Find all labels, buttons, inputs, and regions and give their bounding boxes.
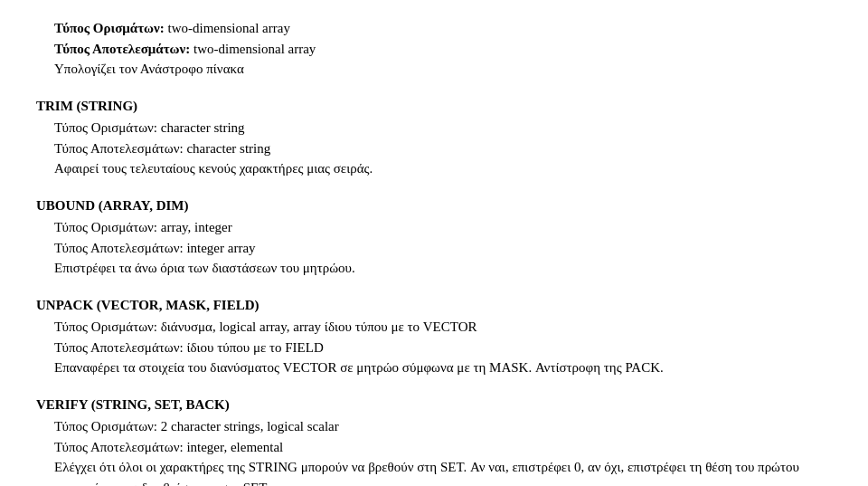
verify-args-value: 2 character strings, logical scalar	[157, 419, 339, 434]
intro-args-value: two-dimensional array	[165, 21, 290, 35]
intro-result-row: Τύπος Αποτελεσμάτων: two-dimensional arr…	[54, 39, 832, 60]
verify-result-value: integer, elemental	[184, 440, 284, 454]
unpack-section: UNPACK (VECTOR, MASK, FIELD) Τύπος Ορισμ…	[36, 295, 832, 378]
intro-args-row: Τύπος Ορισμάτων: two-dimensional array	[54, 18, 832, 39]
unpack-title: UNPACK (VECTOR, MASK, FIELD)	[36, 295, 832, 316]
verify-args-row: Τύπος Ορισμάτων: 2 character strings, lo…	[54, 416, 832, 437]
verify-section: VERIFY (STRING, SET, BACK) Τύπος Ορισμάτ…	[36, 395, 832, 487]
unpack-result-label: Τύπος Αποτελεσμάτων:	[54, 340, 184, 355]
trim-result-value: character string	[184, 141, 271, 156]
unpack-args-row: Τύπος Ορισμάτων: διάνυσμα, logical array…	[54, 317, 832, 338]
trim-result-row: Τύπος Αποτελεσμάτων: character string	[54, 138, 832, 159]
ubound-title: UBOUND (ARRAY, DIM)	[36, 195, 832, 216]
verify-result-label: Τύπος Αποτελεσμάτων:	[54, 440, 184, 454]
unpack-args-label: Τύπος Ορισμάτων:	[54, 319, 157, 334]
intro-result-label: Τύπος Αποτελεσμάτων:	[54, 42, 190, 56]
ubound-section: UBOUND (ARRAY, DIM) Τύπος Ορισμάτων: arr…	[36, 195, 832, 279]
intro-section: Τύπος Ορισμάτων: two-dimensional array Τ…	[36, 18, 832, 80]
ubound-args-label: Τύπος Ορισμάτων:	[54, 220, 157, 234]
ubound-result-label: Τύπος Αποτελεσμάτων:	[54, 241, 184, 255]
intro-args-label: Τύπος Ορισμάτων:	[54, 21, 165, 35]
unpack-description: Επαναφέρει τα στοιχεία του διανύσματος V…	[54, 357, 832, 378]
verify-result-row: Τύπος Αποτελεσμάτων: integer, elemental	[54, 437, 832, 458]
unpack-result-row: Τύπος Αποτελεσμάτων: ίδιου τύπου με το F…	[54, 338, 832, 358]
trim-title: TRIM (STRING)	[36, 96, 832, 117]
trim-args-label: Τύπος Ορισμάτων:	[54, 120, 157, 135]
ubound-result-row: Τύπος Αποτελεσμάτων: integer array	[54, 238, 832, 259]
verify-args-label: Τύπος Ορισμάτων:	[54, 419, 157, 434]
ubound-description: Επιστρέφει τα άνω όρια των διαστάσεων το…	[54, 258, 832, 279]
ubound-args-row: Τύπος Ορισμάτων: array, integer	[54, 217, 832, 238]
intro-description: Υπολογίζει τον Ανάστροφο πίνακα	[54, 59, 832, 80]
unpack-result-value: ίδιου τύπου με το FIELD	[184, 340, 324, 355]
trim-args-value: character string	[157, 120, 245, 135]
trim-section: TRIM (STRING) Τύπος Ορισμάτων: character…	[36, 96, 832, 179]
intro-result-value: two-dimensional array	[190, 42, 316, 56]
trim-description: Αφαιρεί τους τελευταίους κενούς χαρακτήρ…	[54, 158, 832, 179]
verify-title: VERIFY (STRING, SET, BACK)	[36, 395, 832, 415]
ubound-result-value: integer array	[184, 241, 256, 255]
verify-description: Ελέγχει ότι όλοι οι χαρακτήρες της STRIN…	[54, 457, 832, 486]
trim-args-row: Τύπος Ορισμάτων: character string	[54, 118, 832, 138]
ubound-args-value: array, integer	[157, 220, 232, 234]
unpack-args-value: διάνυσμα, logical array, array ίδιου τύπ…	[157, 319, 476, 334]
trim-result-label: Τύπος Αποτελεσμάτων:	[54, 141, 184, 156]
